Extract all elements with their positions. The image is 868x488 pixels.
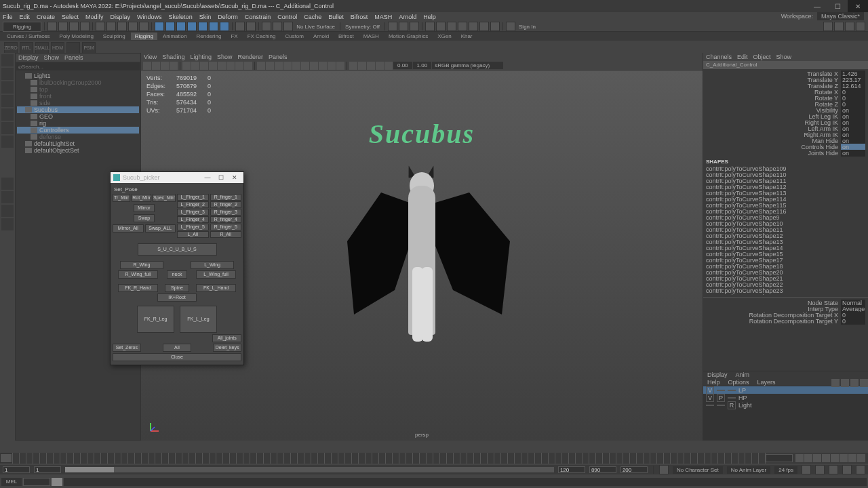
outliner-menu[interactable]: Panels <box>64 54 83 61</box>
tool-icon[interactable] <box>96 22 105 31</box>
tool-icon[interactable] <box>283 22 293 31</box>
tool-icon[interactable] <box>128 22 138 31</box>
tool-icon[interactable] <box>436 22 446 31</box>
attr-row[interactable]: Joints Hideon <box>706 150 865 156</box>
layout-icon[interactable] <box>1 205 14 217</box>
outliner-item[interactable]: GEO <box>17 113 139 120</box>
mode-dropdown[interactable]: Rigging <box>3 22 41 32</box>
channel-tab[interactable]: Edit <box>737 54 748 60</box>
tool-icon[interactable] <box>410 22 419 31</box>
symmetry-dropdown[interactable]: Symmetry: Off <box>343 24 382 30</box>
all-button[interactable]: All <box>163 344 191 352</box>
tr-mirr-button[interactable]: Tr_Mirr <box>113 194 130 202</box>
scale-tool-icon[interactable] <box>1 108 14 121</box>
tool-icon[interactable] <box>490 22 500 31</box>
vp-tool-icon[interactable] <box>336 62 344 70</box>
shelf-tab[interactable]: Sculpting <box>99 33 130 40</box>
tool-icon[interactable] <box>246 22 256 31</box>
outliner-item[interactable]: front <box>17 93 139 100</box>
all-joints-button[interactable]: All_joints <box>212 334 241 342</box>
shelf-tab[interactable]: Arnold <box>309 33 333 40</box>
tool-icon[interactable] <box>106 22 116 31</box>
move-tool-icon[interactable] <box>1 81 14 94</box>
cmd-lang-label[interactable]: MEL <box>1 478 22 486</box>
panel-icon[interactable] <box>823 22 833 31</box>
tool-icon[interactable] <box>479 22 489 31</box>
menu-create[interactable]: Create <box>37 14 55 20</box>
vp-menu[interactable]: Renderer <box>237 54 263 60</box>
minimize-button[interactable]: — <box>807 0 827 12</box>
finger-button[interactable]: L_Finger_3 <box>177 209 209 216</box>
tool-icon[interactable] <box>447 22 456 31</box>
cmd-close-button[interactable] <box>52 478 62 486</box>
snap-icon[interactable] <box>155 22 164 31</box>
tool-icon[interactable] <box>1 136 14 148</box>
vp-tool-icon[interactable] <box>301 62 309 70</box>
shelf-button[interactable]: SMALL <box>35 42 49 54</box>
layer-menu[interactable]: Options <box>724 379 753 386</box>
menu-display[interactable]: Display <box>111 14 131 20</box>
outliner-item[interactable]: rig <box>17 120 139 127</box>
prev-frame-button[interactable] <box>813 454 821 462</box>
outliner-search-input[interactable] <box>22 64 138 70</box>
vp-value[interactable]: 1.00 <box>413 62 432 69</box>
fk-r-leg-button[interactable]: FK_R_Leg <box>137 306 174 333</box>
finger-button[interactable]: R_finger_1 <box>210 194 242 201</box>
tool-icon[interactable] <box>47 22 57 31</box>
shelf-tab[interactable]: Curves / Surfaces <box>3 33 54 40</box>
layer-menu[interactable]: Layers <box>753 379 780 386</box>
vp-tool-icon[interactable] <box>328 62 336 70</box>
tool-icon[interactable] <box>58 22 68 31</box>
menu-file[interactable]: File <box>3 14 13 20</box>
neck-button[interactable]: neck <box>167 270 188 279</box>
finger-button[interactable]: R_finger_4 <box>210 216 242 223</box>
menu-deform[interactable]: Deform <box>218 14 238 20</box>
set-zeros-button[interactable]: Set_Zeros <box>113 344 141 352</box>
channel-tab[interactable]: Channels <box>706 54 732 60</box>
vp-menu[interactable]: Show <box>217 54 233 60</box>
fk-l-leg-button[interactable]: FK_L_Leg <box>180 306 217 333</box>
menu-edit[interactable]: Edit <box>20 14 31 20</box>
vp-tool-icon[interactable] <box>191 62 199 70</box>
tool-icon[interactable] <box>69 22 79 31</box>
range-icon[interactable] <box>815 465 825 474</box>
panel-icon[interactable] <box>856 22 865 31</box>
vp-tool-icon[interactable] <box>310 62 318 70</box>
menu-skeleton[interactable]: Skeleton <box>169 14 193 20</box>
picker-max-button[interactable]: ☐ <box>215 174 227 182</box>
sucubus-button[interactable]: S_U_C_U_B_U_S <box>138 243 217 256</box>
fk-r-hand-button[interactable]: FK_R_Hand <box>118 284 158 292</box>
charset-dropdown[interactable]: No Character Set <box>673 466 723 474</box>
outliner-item[interactable]: Sucubus <box>17 106 139 113</box>
vp-tool-icon[interactable] <box>170 62 178 70</box>
layer-icon[interactable] <box>850 379 859 387</box>
vp-tool-icon[interactable] <box>161 62 169 70</box>
vp-tool-icon[interactable] <box>384 62 393 70</box>
layout-icon[interactable] <box>1 178 14 190</box>
layer-row[interactable]: VLP <box>703 386 868 394</box>
next-frame-button[interactable] <box>840 454 848 462</box>
outliner-menu[interactable]: Display <box>18 54 39 61</box>
range-r3-input[interactable] <box>620 466 648 473</box>
mirror-all-button[interactable]: Mirror_All <box>113 224 144 232</box>
vp-menu[interactable]: Lighting <box>190 54 212 60</box>
menu-modify[interactable]: Modify <box>85 14 104 20</box>
finger-button[interactable]: R_finger_3 <box>210 209 242 216</box>
cmd-input[interactable] <box>23 478 50 486</box>
channel-tab[interactable]: Object <box>753 54 771 60</box>
tool-icon[interactable] <box>117 22 127 31</box>
vp-tool-icon[interactable] <box>349 62 357 70</box>
vp-tool-icon[interactable] <box>367 62 375 70</box>
vp-tool-icon[interactable] <box>143 62 151 70</box>
shelf-button[interactable]: PSM <box>82 42 96 54</box>
delete-keys-button[interactable]: Delet_keys <box>213 344 241 352</box>
signin-icon[interactable] <box>506 22 515 31</box>
shelf-button[interactable] <box>66 42 80 54</box>
close-picker-button[interactable]: Close <box>113 353 241 361</box>
panel-icon[interactable] <box>834 22 844 31</box>
vp-tool-icon[interactable] <box>266 62 274 70</box>
layout-icon[interactable] <box>1 191 14 203</box>
menu-help[interactable]: Help <box>423 14 436 20</box>
layer-tab[interactable]: Display <box>703 371 732 379</box>
vp-tool-icon[interactable] <box>292 62 300 70</box>
